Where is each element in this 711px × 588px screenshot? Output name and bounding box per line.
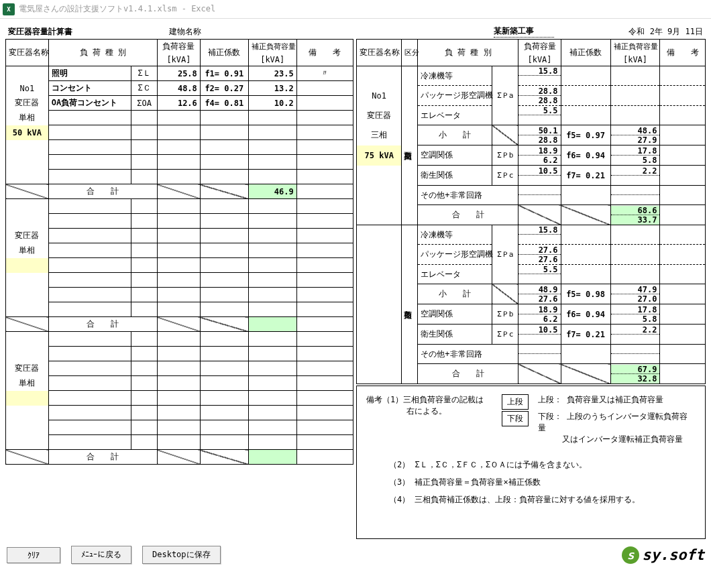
- row-subtotal: 小 計: [418, 125, 492, 145]
- doc-date: 令和 2年 9月 11日: [598, 24, 706, 39]
- total1-value: 46.9: [248, 184, 296, 199]
- row-reefer: 冷凍機等: [418, 66, 492, 86]
- window-titlebar: X 電気屋さんの設計支援ソフトv1.4.1.xlsm - Excel: [0, 0, 711, 19]
- row-lighting[interactable]: 照明: [48, 66, 131, 81]
- col-corr: 補正係数: [200, 40, 248, 66]
- note-lower-text2: 又はインバータ運転補正負荷容量: [538, 434, 696, 445]
- phase-label: 単相: [6, 111, 49, 125]
- sysoft-logo: s sy.soft: [622, 546, 704, 564]
- col-corr-cap: 補正負荷容量: [248, 40, 296, 54]
- row-elevator: エレベータ: [418, 106, 492, 125]
- transformer-rating-1[interactable]: 50 kVA: [6, 125, 49, 140]
- col-corr-cap-unit: [kVA]: [248, 54, 296, 66]
- transformer-type-label: 変圧器: [6, 96, 49, 111]
- row-other: その他+非常回路: [418, 186, 518, 205]
- excel-icon: X: [3, 3, 15, 15]
- summer-total1: 68.6: [611, 206, 660, 215]
- row-outlet[interactable]: コンセント: [48, 81, 131, 96]
- row-hvac: 空調関係: [418, 145, 492, 166]
- note-1b: 右による。: [366, 406, 500, 417]
- col-transformer-name: 変圧器名称: [6, 40, 49, 66]
- summer-total2: 33.7: [611, 215, 660, 225]
- transformer-no1: No1: [6, 81, 49, 96]
- row-sanitary: 衛生関係: [418, 166, 492, 186]
- winter-total2: 32.8: [611, 374, 660, 384]
- tag-upper: 上段: [502, 394, 529, 410]
- col-load-type: 負 荷 種 別: [48, 40, 157, 66]
- building-label: 建物名称: [166, 24, 491, 39]
- season-winter: 冬期負荷: [402, 225, 418, 384]
- note-3: （3） 補正負荷容量＝負荷容量×補正係数: [389, 473, 697, 491]
- doc-title: 変圧器容量計算書: [5, 24, 166, 39]
- right-no1: No1: [356, 86, 401, 106]
- winter-total1: 67.9: [611, 365, 660, 374]
- row-package: パッケージ形空調機: [418, 86, 492, 106]
- col-load-cap-unit: [kVA]: [158, 54, 201, 66]
- menu-return-button[interactable]: ﾒﾆｭｰに戻る: [71, 546, 131, 564]
- clear-button[interactable]: ｸﾘｱ: [7, 547, 60, 563]
- right-rating[interactable]: 75 kVA: [356, 145, 401, 166]
- save-desktop-button[interactable]: Desktopに保存: [142, 546, 221, 564]
- col-note: 備 考: [296, 40, 353, 66]
- summer-total-label: 合 計: [418, 205, 518, 225]
- winter-total-label: 合 計: [418, 364, 518, 384]
- note-lower-text: 下段： 上段のうちインバータ運転負荷容量: [538, 411, 696, 434]
- logo-icon: s: [622, 546, 639, 564]
- note-1a: 備考（1）三相負荷容量の記載は: [366, 394, 500, 406]
- app-title: 電気屋さんの設計支援ソフトv1.4.1.xlsm - Excel: [19, 3, 215, 15]
- note-4: （4） 三相負荷補正係数は、上段：負荷容量に対する値を採用する。: [389, 491, 697, 508]
- tag-lower: 下段: [502, 411, 529, 426]
- row-oa[interactable]: OA負荷コンセント: [48, 96, 131, 111]
- note-2: （2） ΣＬ，ΣＣ，ΣＦＣ，ΣＯＡには予備を含まない。: [389, 456, 697, 473]
- col-load-cap: 負荷容量: [158, 40, 201, 54]
- total1-label: 合 計: [48, 184, 157, 199]
- note-upper-text: 上段： 負荷容量又は補正負荷容量: [538, 394, 696, 406]
- col-division: 区分: [402, 40, 418, 66]
- building-name: 某新築工事: [494, 25, 554, 38]
- season-summer: 夏期負荷: [402, 66, 418, 225]
